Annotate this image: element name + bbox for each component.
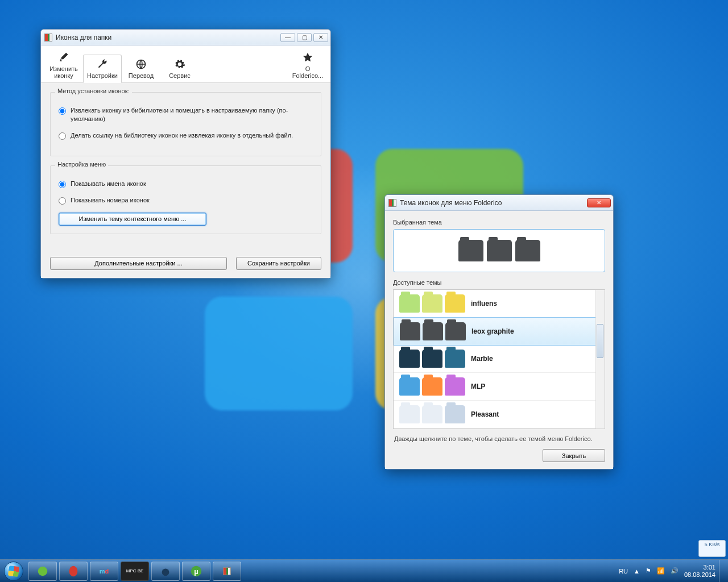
available-themes-label: Доступные темы (393, 279, 605, 286)
taskbar: md MPC BE µ RU ▲ ⚑ 📶 🔊 3:01 08.08.2014 (0, 559, 728, 582)
theme-row[interactable]: influens (394, 290, 605, 318)
taskbar-item-opera[interactable] (59, 562, 88, 581)
group-install-method: Метод установки иконок: Извлекать иконку… (50, 92, 321, 156)
start-button[interactable] (0, 560, 27, 583)
theme-name: Pleasant (471, 410, 499, 418)
close-button[interactable]: ✕ (587, 198, 611, 207)
taskbar-item-app[interactable] (151, 562, 180, 581)
maximize-button[interactable]: ▢ (297, 33, 312, 42)
svg-point-3 (162, 568, 169, 576)
folder-icon (422, 377, 442, 396)
app-icon (44, 34, 52, 41)
radio-input[interactable] (59, 107, 66, 115)
window-title: Тема иконок для меню Folderico (400, 199, 502, 207)
theme-name: leox graphite (471, 327, 514, 335)
change-context-theme-button[interactable]: Изменить тему контекстного меню ... (59, 213, 206, 226)
folder-icon (445, 294, 465, 313)
tray-language[interactable]: RU (619, 568, 628, 575)
radio-input[interactable] (59, 181, 66, 188)
folder-icon (422, 294, 442, 313)
titlebar[interactable]: Иконка для папки — ▢ ✕ (41, 30, 330, 45)
save-settings-button[interactable]: Сохранить настройки (236, 257, 321, 270)
scrollbar-thumb[interactable] (597, 324, 603, 358)
folder-icon (423, 322, 443, 340)
tray-clock[interactable]: 3:01 08.08.2014 (684, 564, 715, 577)
network-icon[interactable]: 📶 (657, 567, 665, 575)
show-desktop-button[interactable] (719, 560, 725, 583)
svg-point-2 (69, 566, 78, 576)
theme-row[interactable]: MLP (394, 373, 605, 401)
radio-input[interactable] (59, 132, 66, 140)
toolbar: Изменить иконку Настройки Перевод Сервис… (41, 45, 330, 83)
theme-name: Marble (471, 355, 493, 363)
folder-icon (422, 405, 442, 423)
group-legend: Метод установки иконок: (55, 88, 132, 94)
taskbar-item-mpc[interactable]: MPC BE (121, 562, 149, 581)
folderico-settings-window: Иконка для папки — ▢ ✕ Изменить иконку Н… (40, 29, 331, 278)
taskbar-item-utorrent[interactable]: µ (182, 562, 210, 581)
radio-show-names[interactable]: Показывать имена иконок (59, 180, 313, 188)
folder-icon (399, 405, 420, 423)
folder-icon (445, 322, 466, 340)
volume-icon[interactable]: 🔊 (671, 567, 679, 575)
advanced-settings-button[interactable]: Дополнительные настройки ... (50, 257, 227, 270)
tab-translate[interactable]: Перевод (122, 55, 160, 82)
radio-extract-default[interactable]: Извлекать иконку из бибилиотеки и помеща… (59, 106, 313, 123)
folder-icon (400, 322, 420, 340)
svg-text:µ: µ (194, 567, 198, 575)
globe-icon (135, 59, 147, 70)
system-tray: RU ▲ ⚑ 📶 🔊 3:01 08.08.2014 (615, 564, 719, 577)
windows-orb-icon (4, 562, 23, 581)
folder-icon (445, 350, 465, 368)
folder-icon (422, 350, 442, 368)
folder-icon (487, 240, 512, 261)
taskbar-item-folderico[interactable] (213, 562, 241, 581)
group-legend: Настройка меню (55, 161, 108, 168)
radio-show-numbers[interactable]: Показывать номера иконок (59, 196, 313, 205)
folder-icon (399, 350, 420, 368)
theme-name: influens (471, 300, 497, 307)
gear-icon (174, 59, 185, 70)
folder-icon (458, 240, 483, 261)
wrench-icon (97, 59, 108, 70)
folder-icon (515, 240, 540, 261)
star-icon (302, 52, 313, 63)
network-speed-widget[interactable]: 5 KB/s (698, 540, 726, 557)
folder-icon (399, 377, 420, 396)
chevron-up-icon[interactable]: ▲ (634, 568, 640, 575)
theme-row[interactable]: Marble (394, 345, 605, 373)
folder-icon (445, 405, 465, 423)
titlebar[interactable]: Тема иконок для меню Folderico ✕ (385, 195, 613, 211)
theme-picker-window: Тема иконок для меню Folderico ✕ Выбранн… (384, 194, 614, 469)
close-button[interactable]: ✕ (313, 33, 328, 42)
folder-icon (399, 294, 420, 313)
taskbar-item-icq[interactable] (28, 562, 57, 581)
theme-row[interactable]: Pleasant (394, 401, 605, 429)
tab-settings[interactable]: Настройки (83, 55, 122, 83)
theme-row[interactable]: leox graphite (394, 317, 600, 346)
window-title: Иконка для папки (56, 34, 111, 41)
hint-text: Дважды щелкните по теме, чтобы сделать е… (394, 435, 604, 443)
minimize-button[interactable]: — (280, 33, 295, 42)
scrollbar[interactable] (595, 290, 605, 429)
group-menu-settings: Настройка меню Показывать имена иконок П… (50, 165, 321, 234)
radio-input[interactable] (59, 197, 66, 205)
selected-theme-preview (393, 229, 605, 272)
brush-icon (58, 52, 69, 63)
folder-icon (445, 377, 465, 396)
tab-about[interactable]: О Folderico... (288, 48, 327, 82)
tab-change-icon[interactable]: Изменить иконку (44, 48, 83, 82)
taskbar-item-md[interactable]: md (90, 562, 118, 581)
theme-list: influensleox graphiteMarbleMLPPleasant (393, 289, 605, 429)
radio-link-library[interactable]: Делать ссылку на библиотеку иконок не из… (59, 131, 313, 140)
selected-theme-label: Выбранная тема (393, 219, 605, 226)
svg-point-1 (38, 566, 48, 576)
close-dialog-button[interactable]: Закрыть (543, 449, 605, 462)
app-icon (388, 199, 396, 207)
theme-name: MLP (471, 383, 485, 390)
tab-service[interactable]: Сервис (160, 55, 199, 82)
flag-icon[interactable]: ⚑ (646, 567, 651, 575)
